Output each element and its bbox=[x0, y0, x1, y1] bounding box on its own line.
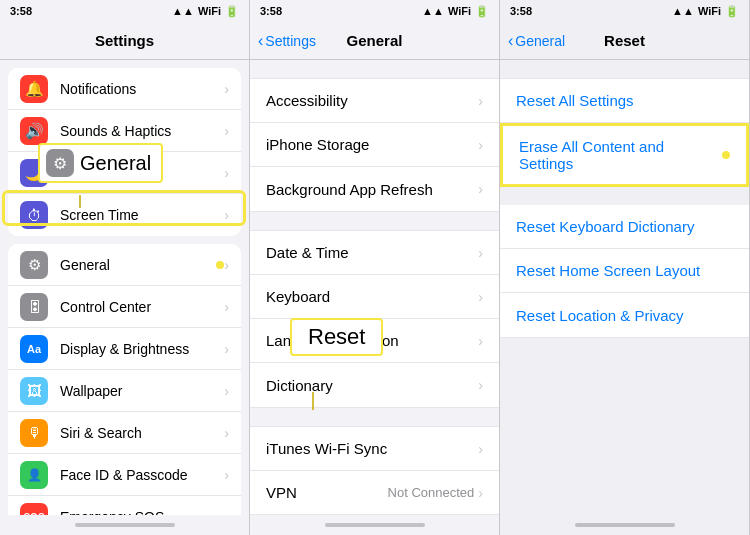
sounds-icon: 🔊 bbox=[20, 117, 48, 145]
general-group-1: Accessibility › iPhone Storage › Backgro… bbox=[250, 78, 499, 212]
p2-background-refresh[interactable]: Background App Refresh › bbox=[250, 167, 499, 211]
list-item-faceid[interactable]: 👤 Face ID & Passcode › bbox=[8, 454, 241, 496]
siri-chevron: › bbox=[224, 425, 229, 441]
wifi-sync-label: iTunes Wi-Fi Sync bbox=[266, 440, 478, 457]
list-item-controlcenter[interactable]: 🎛 Control Center › bbox=[8, 286, 241, 328]
reset-title: Reset bbox=[604, 32, 645, 49]
settings-header: Settings bbox=[0, 22, 249, 60]
siri-icon: 🎙 bbox=[20, 419, 48, 447]
p2-keyboard[interactable]: Keyboard › bbox=[250, 275, 499, 319]
storage-chevron: › bbox=[478, 137, 483, 153]
notifications-label: Notifications bbox=[60, 81, 224, 97]
list-item-wallpaper[interactable]: 🖼 Wallpaper › bbox=[8, 370, 241, 412]
screentime-icon: ⏱ bbox=[20, 201, 48, 229]
back-to-general[interactable]: ‹ General bbox=[508, 33, 565, 49]
reset-header: ‹ General Reset bbox=[500, 22, 749, 60]
p2-accessibility[interactable]: Accessibility › bbox=[250, 79, 499, 123]
list-item-sounds[interactable]: 🔊 Sounds & Haptics › bbox=[8, 110, 241, 152]
keyboard-label: Keyboard bbox=[266, 288, 478, 305]
p2-vpn[interactable]: VPN Not Connected › bbox=[250, 471, 499, 515]
controlcenter-label: Control Center bbox=[60, 299, 224, 315]
back-arrow-2: ‹ bbox=[258, 33, 263, 49]
home-indicator-1 bbox=[0, 515, 249, 535]
dnd-label: Do Not Disturb bbox=[60, 165, 224, 181]
faceid-chevron: › bbox=[224, 467, 229, 483]
wallpaper-icon: 🖼 bbox=[20, 377, 48, 405]
accessibility-chevron: › bbox=[478, 93, 483, 109]
sos-chevron: › bbox=[224, 509, 229, 515]
general-group-3: iTunes Wi-Fi Sync › VPN Not Connected › … bbox=[250, 426, 499, 515]
reset-list: Reset All Settings Erase All Content and… bbox=[500, 60, 749, 515]
sos-label: Emergency SOS bbox=[60, 509, 224, 515]
reset-keyboard-label: Reset Keyboard Dictionary bbox=[516, 218, 694, 235]
controlcenter-chevron: › bbox=[224, 299, 229, 315]
general-chevron: › bbox=[224, 257, 229, 273]
status-bar-2: 3:58 ▲▲ WiFi 🔋 bbox=[250, 0, 499, 22]
wifi-sync-chevron: › bbox=[478, 441, 483, 457]
p3-reset-keyboard[interactable]: Reset Keyboard Dictionary bbox=[500, 205, 749, 249]
p3-reset-all[interactable]: Reset All Settings bbox=[500, 79, 749, 123]
back-to-settings[interactable]: ‹ Settings bbox=[258, 33, 316, 49]
list-item-siri[interactable]: 🎙 Siri & Search › bbox=[8, 412, 241, 454]
p2-iphone-storage[interactable]: iPhone Storage › bbox=[250, 123, 499, 167]
language-chevron: › bbox=[478, 333, 483, 349]
faceid-label: Face ID & Passcode bbox=[60, 467, 224, 483]
p2-language[interactable]: Language & Region › bbox=[250, 319, 499, 363]
list-item-notifications[interactable]: 🔔 Notifications › bbox=[8, 68, 241, 110]
language-label: Language & Region bbox=[266, 332, 478, 349]
back-arrow-3: ‹ bbox=[508, 33, 513, 49]
settings-title: Settings bbox=[95, 32, 154, 49]
screentime-label: Screen Time bbox=[60, 207, 224, 223]
list-item-sos[interactable]: SOS Emergency SOS › bbox=[8, 496, 241, 515]
reset-all-label: Reset All Settings bbox=[516, 92, 634, 109]
general-title: General bbox=[347, 32, 403, 49]
status-icons-1: ▲▲ WiFi 🔋 bbox=[172, 5, 239, 18]
list-item-general[interactable]: ⚙ General › bbox=[8, 244, 241, 286]
wallpaper-chevron: › bbox=[224, 383, 229, 399]
erase-dot bbox=[722, 151, 730, 159]
wallpaper-label: Wallpaper bbox=[60, 383, 224, 399]
bg-refresh-label: Background App Refresh bbox=[266, 181, 478, 198]
erase-all-label: Erase All Content and Settings bbox=[519, 138, 718, 172]
back-label-2: Settings bbox=[265, 33, 316, 49]
general-dot bbox=[216, 261, 224, 269]
time-2: 3:58 bbox=[260, 5, 282, 17]
vpn-chevron: › bbox=[478, 485, 483, 501]
settings-group-2: ⚙ General › 🎛 Control Center › Aa Displa… bbox=[8, 244, 241, 515]
datetime-chevron: › bbox=[478, 245, 483, 261]
general-label: General bbox=[60, 257, 212, 273]
dictionary-chevron: › bbox=[478, 377, 483, 393]
time-3: 3:58 bbox=[510, 5, 532, 17]
sos-icon: SOS bbox=[20, 503, 48, 515]
keyboard-chevron: › bbox=[478, 289, 483, 305]
vpn-detail: Not Connected bbox=[388, 485, 475, 500]
general-header: ‹ Settings General bbox=[250, 22, 499, 60]
iphone-storage-label: iPhone Storage bbox=[266, 136, 478, 153]
display-icon: Aa bbox=[20, 335, 48, 363]
status-bar-1: 3:58 ▲▲ WiFi 🔋 bbox=[0, 0, 249, 22]
general-list: Accessibility › iPhone Storage › Backgro… bbox=[250, 60, 499, 515]
p2-datetime[interactable]: Date & Time › bbox=[250, 231, 499, 275]
status-icons-2: ▲▲ WiFi 🔋 bbox=[422, 5, 489, 18]
datetime-label: Date & Time bbox=[266, 244, 478, 261]
p2-wifi-sync[interactable]: iTunes Wi-Fi Sync › bbox=[250, 427, 499, 471]
settings-list: 🔔 Notifications › 🔊 Sounds & Haptics › 🌙… bbox=[0, 60, 249, 515]
controlcenter-icon: 🎛 bbox=[20, 293, 48, 321]
p3-erase-all[interactable]: Erase All Content and Settings bbox=[500, 123, 749, 187]
vpn-label: VPN bbox=[266, 484, 388, 501]
display-label: Display & Brightness bbox=[60, 341, 224, 357]
sounds-label: Sounds & Haptics bbox=[60, 123, 224, 139]
p3-reset-location[interactable]: Reset Location & Privacy bbox=[500, 293, 749, 337]
general-panel: 3:58 ▲▲ WiFi 🔋 ‹ Settings General Access… bbox=[250, 0, 500, 535]
reset-homescreen-label: Reset Home Screen Layout bbox=[516, 262, 700, 279]
accessibility-label: Accessibility bbox=[266, 92, 478, 109]
p2-dictionary[interactable]: Dictionary › bbox=[250, 363, 499, 407]
time-1: 3:58 bbox=[10, 5, 32, 17]
list-item-display[interactable]: Aa Display & Brightness › bbox=[8, 328, 241, 370]
bg-refresh-chevron: › bbox=[478, 181, 483, 197]
list-item-dnd[interactable]: 🌙 Do Not Disturb › bbox=[8, 152, 241, 194]
dictionary-label: Dictionary bbox=[266, 377, 478, 394]
settings-panel: 3:58 ▲▲ WiFi 🔋 Settings 🔔 Notifications … bbox=[0, 0, 250, 535]
list-item-screentime[interactable]: ⏱ Screen Time › bbox=[8, 194, 241, 236]
p3-reset-homescreen[interactable]: Reset Home Screen Layout bbox=[500, 249, 749, 293]
